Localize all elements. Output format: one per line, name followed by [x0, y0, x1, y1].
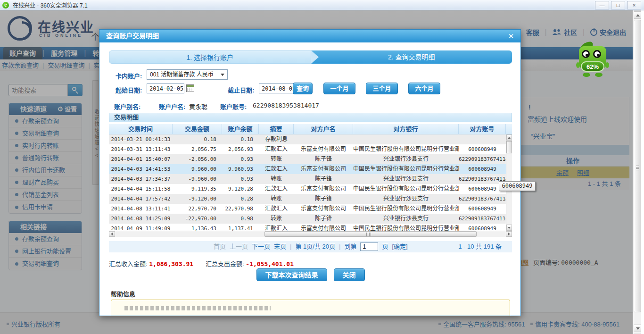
- table-row[interactable]: 2014-04-01 15:40:07-2,056.000.93转账陈子锋兴业银…: [109, 154, 506, 164]
- three-month-button[interactable]: 三个月: [366, 83, 398, 94]
- transaction-rows: 2014-03-21 00:41:330.180.18存款利息2014-03-3…: [109, 134, 506, 231]
- help-info-box: [111, 300, 510, 316]
- table-cell: 汇款汇入: [259, 164, 294, 174]
- table-row[interactable]: 2014-03-21 00:41:330.180.18存款利息: [109, 134, 506, 144]
- table-cell: 转账: [259, 154, 294, 164]
- table-cell: 转账: [259, 194, 294, 204]
- first-page-link[interactable]: 首页: [214, 241, 226, 252]
- prev-page-link[interactable]: 上一页: [230, 241, 248, 252]
- table-row[interactable]: 2014-04-04 17:57:42-9,120.000.28转账陈子锋兴业银…: [109, 194, 506, 204]
- table-cell: 中国民生银行股份有限公司昆明分行营业部: [353, 204, 459, 214]
- minimize-button[interactable]: —: [595, 1, 609, 9]
- scroll-down-arrow[interactable]: [634, 325, 641, 332]
- end-date-label: 截止日期:: [228, 85, 254, 94]
- table-row[interactable]: 2014-04-09 11:49:091,136.431,137.41汇款汇入乐…: [109, 224, 506, 231]
- column-header: 对方户名: [294, 124, 353, 134]
- dialog-close-button[interactable]: 关闭: [334, 268, 365, 281]
- transaction-headers: 交易时间交易金额账户余额摘要对方户名对方银行对方账号: [109, 124, 512, 134]
- table-scroll-left-arrow[interactable]: [109, 231, 115, 237]
- table-scroll-down-arrow[interactable]: [506, 225, 512, 231]
- account-name-value: 黄永聪: [189, 102, 207, 111]
- table-row[interactable]: 2014-04-08 13:11:4122,970.7022,970.98汇款汇…: [109, 204, 506, 214]
- account-number-tooltip: 600608949: [499, 181, 536, 191]
- table-vscroll-thumb[interactable]: [506, 141, 512, 153]
- table-cell: 2,056.75: [173, 144, 222, 154]
- account-alias-label: 账户别名:: [114, 102, 140, 111]
- transaction-query-dialog: 查询账户交易明细 ✕ 1. 选择银行账户 2. 查询交易明细 卡内账户: 001…: [99, 29, 521, 316]
- record-range: 1 - 10 共 191 条: [458, 241, 502, 252]
- table-row[interactable]: 2014-04-03 14:41:539,960.009,960.93汇款汇入乐…: [109, 164, 506, 174]
- help-info-title: 帮助信息: [111, 289, 135, 298]
- column-header: 账户余额: [222, 124, 259, 134]
- mascot-eye: [593, 50, 601, 58]
- download-results-button[interactable]: 下载本次查询结果: [256, 268, 327, 281]
- table-cell: 陈子锋: [294, 174, 353, 184]
- end-date-input[interactable]: [259, 84, 297, 93]
- table-cell: 1,136.43: [173, 224, 222, 231]
- dialog-title: 查询账户交易明细: [106, 32, 159, 40]
- card-account-select[interactable]: 001 活期储蓄存款 人民币: [147, 69, 228, 80]
- table-cell: [294, 134, 353, 144]
- calendar-icon[interactable]: [186, 84, 194, 92]
- table-row[interactable]: 2014-04-08 14:25:09-22,970.000.98转账陈子锋兴业…: [109, 214, 506, 224]
- dialog-close-icon[interactable]: ✕: [506, 32, 516, 41]
- browser-mascot[interactable]: 62%: [577, 43, 608, 77]
- browser-titlebar: e 在线兴业 - 360安全浏览器 7.1 — □ ×: [0, 0, 644, 10]
- start-date-input[interactable]: [147, 84, 184, 93]
- query-button[interactable]: 查询: [293, 83, 313, 94]
- table-cell: 汇款汇入: [259, 204, 294, 214]
- table-cell: 2014-04-03 14:41:53: [109, 164, 173, 174]
- table-cell: 600608949: [459, 144, 506, 154]
- table-cell: 兴业银行沙县支行: [353, 174, 459, 184]
- table-horizontal-scrollbar[interactable]: [109, 231, 512, 237]
- close-window-button[interactable]: ×: [627, 1, 641, 9]
- table-scroll-up-arrow[interactable]: [506, 134, 512, 141]
- table-cell: 9,119.35: [173, 184, 222, 194]
- table-cell: 乐富支付有限公司: [294, 144, 353, 154]
- window-title: 在线兴业 - 360安全浏览器 7.1: [13, 1, 88, 9]
- table-cell: 汇款汇入: [259, 184, 294, 194]
- start-date-label: 起始日期:: [116, 85, 142, 94]
- goto-page-input[interactable]: [360, 242, 378, 251]
- table-row[interactable]: 2014-03-31 13:11:432,056.752,056.93汇款汇入乐…: [109, 144, 506, 154]
- goto-page-suffix: 页: [382, 241, 388, 252]
- table-cell: 兴业银行沙县支行: [353, 194, 459, 204]
- browser-scrollbar[interactable]: [633, 10, 644, 334]
- table-cell: 600608949: [459, 164, 506, 174]
- table-cell: [353, 134, 459, 144]
- mascot-battery-percent: 62%: [581, 61, 604, 72]
- table-cell: 2014-04-08 13:11:41: [109, 204, 173, 214]
- table-cell: 2014-04-09 11:49:09: [109, 224, 173, 231]
- maximize-button[interactable]: □: [611, 1, 625, 9]
- scroll-up-arrow[interactable]: [634, 11, 641, 19]
- table-cell: 中国民生银行股份有限公司昆明分行营业部: [353, 144, 459, 154]
- table-cell: 中国民生银行股份有限公司昆明分行营业部: [353, 184, 459, 194]
- scrollbar-thumb[interactable]: [634, 20, 641, 312]
- table-hscroll-thumb[interactable]: [264, 231, 477, 237]
- table-row[interactable]: 2014-04-03 17:34:37-9,960.000.93转账陈子锋兴业银…: [109, 174, 506, 184]
- one-month-button[interactable]: 一个月: [323, 83, 355, 94]
- table-cell: 62290918376741141: [459, 154, 506, 164]
- table-cell: -9,960.00: [173, 174, 222, 184]
- table-cell: 2014-04-08 14:25:09: [109, 214, 173, 224]
- step-query-details[interactable]: 2. 查询交易明细: [311, 50, 512, 64]
- table-scroll-right-arrow[interactable]: [506, 231, 512, 237]
- table-cell: 9,960.93: [222, 164, 259, 174]
- table-cell: 9,960.00: [173, 164, 222, 174]
- table-cell: 0.93: [222, 174, 259, 184]
- table-cell: 兴业银行沙县支行: [353, 154, 459, 164]
- six-month-button[interactable]: 六个月: [408, 83, 440, 94]
- table-cell: 600608949: [459, 224, 506, 231]
- dialog-header: 查询账户交易明细 ✕: [99, 30, 520, 42]
- next-page-link[interactable]: 下一页: [252, 241, 270, 252]
- account-number-label: 账户账号:: [220, 102, 247, 111]
- table-row[interactable]: 2014-04-04 15:11:589,119.359,120.28汇款汇入乐…: [109, 184, 506, 194]
- table-cell: 陈子锋: [294, 154, 353, 164]
- table-cell: 0.28: [222, 194, 259, 204]
- last-page-link[interactable]: 末页: [274, 241, 286, 252]
- mascot-eye: [582, 50, 590, 58]
- clipped-help-text: [124, 306, 271, 310]
- account-name-label: 账户户名:: [159, 102, 185, 111]
- step-select-account[interactable]: 1. 选择银行账户: [109, 50, 311, 64]
- goto-confirm-button[interactable]: [确定]: [392, 241, 407, 252]
